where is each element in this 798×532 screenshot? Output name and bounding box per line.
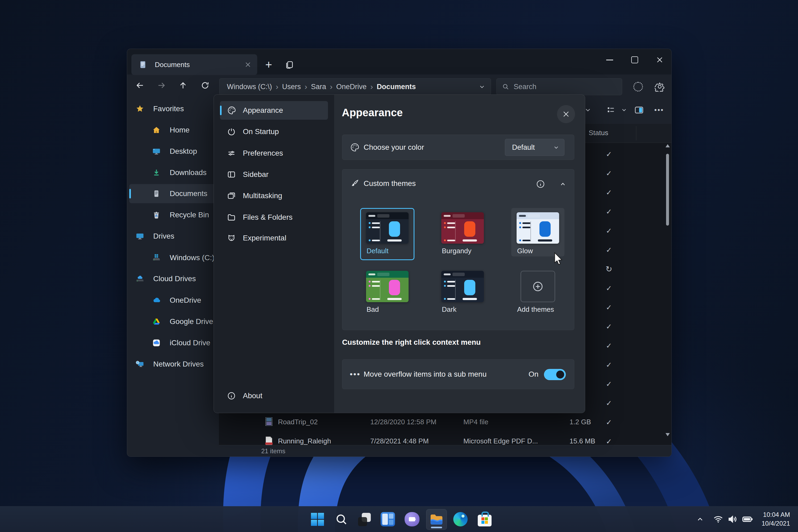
file-size: 15.6 MB (570, 437, 595, 445)
close-window-button[interactable] (651, 52, 669, 68)
sidebar-item-recycle-bin[interactable]: Recycle Bin (129, 205, 217, 225)
vertical-scrollbar[interactable] (665, 142, 670, 438)
maximize-button[interactable] (626, 52, 644, 68)
sidebar-item-drives[interactable]: Drives (129, 227, 217, 246)
taskbar-clock[interactable]: 10:04 AM 10/4/2021 (762, 510, 790, 528)
back-icon[interactable] (132, 78, 148, 93)
breadcrumb-segment[interactable]: OneDrive (336, 83, 366, 91)
start-button[interactable] (307, 509, 327, 529)
breadcrumb-segment-current[interactable]: Documents (377, 83, 416, 91)
custom-themes-header[interactable]: Custom themes (342, 169, 574, 198)
settings-nav-about[interactable]: About (220, 386, 328, 405)
breadcrumb[interactable]: Windows (C:\) › Users › Sara › OneDrive … (219, 78, 491, 95)
sidebar-item-windows-c[interactable]: Windows (C:) (129, 248, 217, 267)
overflow-toggle[interactable] (544, 369, 566, 380)
settings-nav: Appearance On Startup Preferences Sideba… (214, 95, 334, 413)
chat-button[interactable] (402, 509, 422, 529)
breadcrumb-segment[interactable]: Users (282, 83, 301, 91)
up-icon[interactable] (175, 78, 191, 93)
settings-nav-sidebar[interactable]: Sidebar (220, 165, 328, 184)
refresh-icon[interactable] (197, 78, 213, 93)
context-menu-heading: Customize the right click context menu (342, 338, 481, 347)
tab-documents[interactable]: Documents (131, 54, 257, 75)
sidebar-item-onedrive[interactable]: OneDrive (129, 291, 217, 310)
breadcrumb-separator: › (276, 82, 279, 91)
sidebar-item-home[interactable]: Home (129, 120, 217, 140)
settings-nav-experimental[interactable]: Experimental (220, 229, 328, 247)
info-icon (227, 391, 236, 400)
edge-icon (453, 512, 468, 527)
theme-preview (441, 271, 484, 302)
page-title: Appearance (342, 107, 403, 119)
sidebar-item-google-drive[interactable]: Google Drive (129, 312, 217, 331)
taskbar-search-button[interactable] (331, 509, 352, 529)
volume-icon[interactable] (725, 511, 740, 527)
hidden-icons-chevron[interactable] (691, 511, 709, 527)
file-row[interactable]: RoadTrip_02 12/28/2020 12:58 PM MP4 file… (219, 413, 672, 432)
add-theme-box[interactable] (520, 271, 555, 302)
spinner-icon[interactable] (630, 78, 647, 95)
battery-icon[interactable] (740, 511, 756, 527)
sidebar-item-icloud-drive[interactable]: iCloud Drive (129, 333, 217, 353)
dropdown-value: Default (512, 144, 553, 152)
palette-icon (227, 106, 236, 115)
breadcrumb-segment[interactable]: Windows (C:\) (227, 83, 272, 91)
preview-pane-icon[interactable] (631, 102, 646, 118)
check-status-icon: ✓ (602, 342, 616, 349)
chevron-down-icon[interactable] (478, 83, 486, 90)
settings-nav-on-startup[interactable]: On Startup (220, 122, 328, 141)
status-column-header[interactable]: Status (589, 129, 608, 137)
wifi-icon[interactable] (711, 511, 726, 527)
tab-title: Documents (155, 61, 244, 69)
settings-nav-files-folders[interactable]: Files & Folders (220, 208, 328, 227)
overflow-toggle-row[interactable]: ••• Move overflow items into a sub menu … (342, 359, 574, 389)
store-button[interactable] (475, 509, 495, 529)
icloud-drive-icon (152, 339, 161, 347)
widgets-button[interactable] (378, 509, 398, 529)
search-input[interactable]: Search (496, 78, 622, 95)
sidebar-item-network-drives[interactable]: Network Drives (129, 355, 217, 374)
files-app-button[interactable] (426, 509, 447, 530)
sidebar-item-documents[interactable]: Documents (129, 184, 217, 203)
task-view-icon (356, 511, 373, 528)
color-dropdown[interactable]: Default (505, 139, 565, 156)
downloads-icon (152, 168, 161, 177)
tab-list-icon[interactable] (281, 55, 298, 75)
check-status-icon: ✓ (602, 285, 616, 292)
more-icon[interactable]: ••• (651, 102, 667, 118)
close-dialog-button[interactable] (557, 105, 575, 123)
forward-icon[interactable] (154, 78, 169, 93)
sidebar-item-cloud-drives[interactable]: Cloud Drives (129, 269, 217, 288)
settings-nav-preferences[interactable]: Preferences (220, 144, 328, 163)
settings-nav-multitasking[interactable]: Multitasking (220, 187, 328, 205)
palette-icon (350, 142, 360, 152)
edge-button[interactable] (450, 509, 471, 529)
scrollbar-thumb[interactable] (666, 154, 669, 226)
settings-gear-icon[interactable] (651, 78, 668, 95)
settings-nav-appearance[interactable]: Appearance (220, 101, 328, 120)
task-view-button[interactable] (354, 509, 375, 529)
sidebar-item-downloads[interactable]: Downloads (129, 163, 217, 182)
sidebar-item-desktop[interactable]: Desktop (129, 142, 217, 161)
chevron-up-icon[interactable] (555, 178, 570, 190)
new-tab-button[interactable]: + (260, 55, 277, 75)
scroll-up-icon[interactable] (666, 144, 670, 147)
sidebar-item-favorites[interactable]: Favorites (129, 99, 217, 118)
choose-color-row[interactable]: Choose your color Default (342, 135, 574, 160)
active-app-indicator (431, 527, 442, 528)
check-status-icon: ✓ (602, 400, 616, 407)
info-icon[interactable] (533, 178, 548, 190)
breadcrumb-segment[interactable]: Sara (311, 83, 326, 91)
close-tab-icon[interactable] (244, 61, 251, 68)
check-status-icon: ✓ (602, 227, 616, 234)
minimize-button[interactable] (601, 52, 619, 68)
store-icon (478, 515, 492, 527)
file-type: MP4 file (463, 418, 488, 426)
cat-icon (227, 233, 236, 243)
toggle-knob (556, 370, 564, 379)
ellipsis-icon: ••• (350, 370, 361, 379)
selection-indicator (129, 189, 131, 198)
desktop: Documents + (0, 0, 798, 532)
home-icon (152, 126, 161, 134)
chevron-down-icon[interactable] (616, 102, 632, 118)
